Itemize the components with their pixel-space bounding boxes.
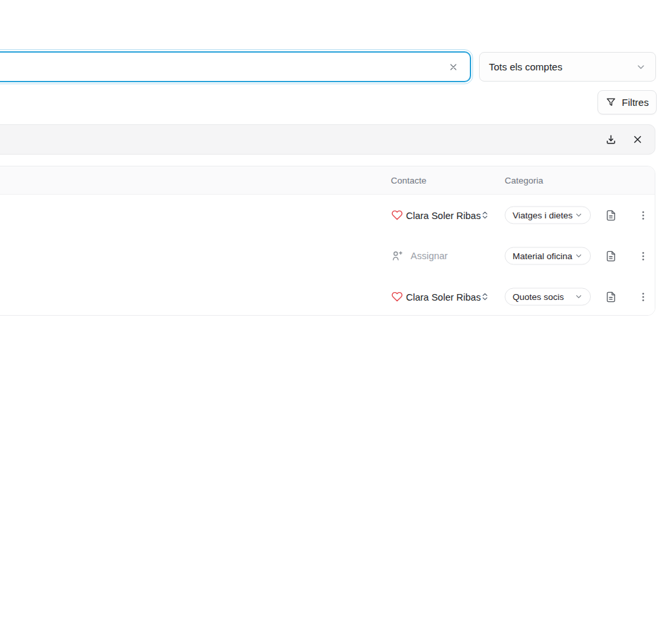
chevron-down-icon: [574, 293, 583, 301]
category-select[interactable]: Quotes socis: [505, 288, 591, 306]
table-row: Clara Soler Ribas Viatges i dietes: [0, 195, 655, 235]
kebab-icon: [638, 251, 649, 262]
document-icon: [605, 291, 617, 303]
contact-selector-toggle[interactable]: [476, 288, 494, 305]
chevron-down-icon: [574, 211, 583, 220]
search-box: [0, 51, 471, 82]
transactions-table: Contacte Categoria Clara Soler Ribas Via…: [0, 166, 655, 316]
assign-contact-button[interactable]: Assignar: [392, 250, 447, 262]
kebab-icon: [638, 291, 649, 303]
bulk-actions-bar: [0, 124, 655, 155]
document-icon: [605, 250, 617, 262]
user-plus-icon: [392, 250, 403, 262]
clear-icon: [448, 62, 459, 72]
unfold-icon: [480, 211, 490, 220]
category-select[interactable]: Material oficina: [505, 247, 591, 265]
table-row: Assignar Material oficina: [0, 235, 655, 276]
account-filter-value: Tots els comptes: [489, 61, 563, 72]
filters-button-label: Filtres: [622, 97, 649, 108]
table-header-row: Contacte Categoria: [0, 166, 655, 195]
download-button[interactable]: [601, 130, 620, 149]
attachment-button[interactable]: [602, 207, 619, 224]
chevron-down-icon: [574, 252, 583, 260]
table-row: Clara Soler Ribas Quotes socis: [0, 276, 655, 316]
contact-button[interactable]: Clara Soler Ribas: [392, 210, 481, 221]
chevron-down-icon: [636, 62, 646, 72]
kebab-icon: [638, 210, 649, 221]
contact-name: Clara Soler Ribas: [406, 210, 481, 220]
unfold-icon: [480, 292, 490, 301]
account-filter-select[interactable]: Tots els comptes: [479, 52, 656, 82]
category-label: Viatges i dietes: [513, 211, 572, 220]
close-icon: [632, 134, 644, 145]
heart-icon: [392, 291, 403, 303]
assign-label: Assignar: [411, 251, 447, 261]
page: Tots els comptes Filtres: [0, 0, 658, 644]
contact-button[interactable]: Clara Soler Ribas: [392, 291, 481, 303]
column-header-category: Categoria: [505, 176, 544, 186]
category-label: Material oficina: [513, 251, 572, 261]
contact-name: Clara Soler Ribas: [406, 291, 481, 302]
category-select[interactable]: Viatges i dietes: [505, 207, 591, 224]
row-menu-button[interactable]: [634, 207, 651, 224]
download-icon: [605, 134, 617, 146]
heart-icon: [392, 210, 403, 221]
filter-icon: [605, 97, 617, 108]
document-icon: [605, 209, 617, 222]
close-bulk-bar-button[interactable]: [628, 130, 647, 149]
attachment-button[interactable]: [602, 247, 619, 264]
category-label: Quotes socis: [513, 292, 564, 302]
row-menu-button[interactable]: [634, 247, 651, 264]
contact-selector-toggle[interactable]: [476, 207, 494, 224]
row-menu-button[interactable]: [634, 288, 651, 305]
attachment-button[interactable]: [602, 288, 619, 305]
search-input[interactable]: [0, 53, 470, 81]
clear-search-button[interactable]: [445, 59, 462, 76]
filters-button[interactable]: Filtres: [597, 90, 657, 114]
column-header-contact: Contacte: [391, 176, 426, 186]
